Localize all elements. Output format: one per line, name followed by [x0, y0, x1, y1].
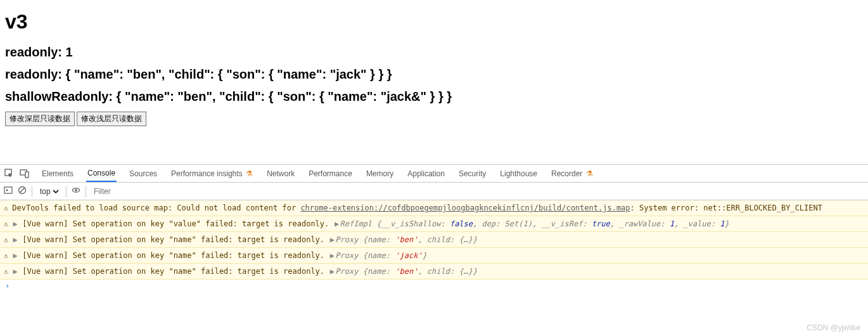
tab-recorder[interactable]: Recorder ⚗: [550, 165, 594, 181]
inspect-icon[interactable]: [4, 168, 15, 179]
beaker-icon: ⚗: [246, 169, 253, 178]
expand-icon[interactable]: ▶: [12, 234, 18, 245]
warning-icon: ⚠: [4, 218, 8, 229]
tab-lighthouse[interactable]: Lighthouse: [499, 165, 539, 181]
console-log: ⚠ DevTools failed to load source map: Co…: [0, 200, 868, 292]
tab-security[interactable]: Security: [457, 165, 487, 181]
warning-icon: ⚠: [4, 266, 8, 277]
log-row[interactable]: ⚠ ▶ [Vue warn] Set operation on key "nam…: [0, 232, 868, 248]
warning-icon: ⚠: [4, 234, 8, 245]
tab-application[interactable]: Application: [406, 165, 446, 181]
modify-deep-readonly-button[interactable]: 修改深层只读数据: [5, 112, 75, 126]
expand-icon[interactable]: ▶: [12, 250, 18, 261]
readonly-line-1: readonly: 1: [5, 45, 863, 60]
context-selector[interactable]: top: [37, 186, 61, 197]
sidebar-toggle-icon[interactable]: [4, 186, 13, 197]
svg-rect-2: [25, 172, 29, 178]
tab-performance-insights[interactable]: Performance insights ⚗: [170, 165, 254, 181]
modify-shallow-readonly-button[interactable]: 修改浅层只读数据: [77, 112, 146, 126]
beaker-icon: ⚗: [586, 169, 593, 178]
console-subbar: top: [0, 183, 868, 200]
log-row[interactable]: ⚠ DevTools failed to load source map: Co…: [0, 200, 868, 216]
tab-elements[interactable]: Elements: [41, 165, 75, 181]
page-title: v3: [5, 10, 863, 34]
svg-line-5: [20, 188, 25, 193]
console-prompt[interactable]: ›: [0, 280, 868, 292]
sourcemap-link[interactable]: chrome-extension://cofdbpoegempjloogbagk…: [300, 204, 630, 212]
log-row[interactable]: ⚠ ▶ [Vue warn] Set operation on key "nam…: [0, 264, 868, 280]
log-row[interactable]: ⚠ ▶ [Vue warn] Set operation on key "val…: [0, 216, 868, 232]
clear-console-icon[interactable]: [18, 186, 27, 197]
device-toolbar-icon[interactable]: [19, 168, 30, 179]
tab-memory[interactable]: Memory: [365, 165, 395, 181]
warning-icon: ⚠: [4, 202, 8, 214]
devtools-toolbar: Elements Console Sources Performance ins…: [0, 165, 868, 183]
svg-point-7: [75, 189, 77, 191]
readonly-line-2: readonly: { "name": "ben", "child": { "s…: [5, 67, 863, 82]
live-expression-icon[interactable]: [72, 186, 80, 197]
tab-network[interactable]: Network: [265, 165, 296, 181]
tab-performance[interactable]: Performance: [307, 165, 354, 181]
warning-icon: ⚠: [4, 250, 8, 261]
log-row[interactable]: ⚠ ▶ [Vue warn] Set operation on key "nam…: [0, 248, 868, 264]
expand-icon[interactable]: ▶: [12, 218, 18, 229]
tab-console[interactable]: Console: [86, 165, 117, 182]
tab-sources[interactable]: Sources: [128, 165, 158, 181]
filter-input[interactable]: [91, 186, 864, 197]
devtools-panel: Elements Console Sources Performance ins…: [0, 164, 868, 292]
readonly-line-3: shallowReadonly: { "name": "ben", "child…: [5, 89, 863, 104]
expand-icon[interactable]: ▶: [12, 266, 18, 277]
devtools-tabs: Elements Console Sources Performance ins…: [41, 165, 594, 182]
